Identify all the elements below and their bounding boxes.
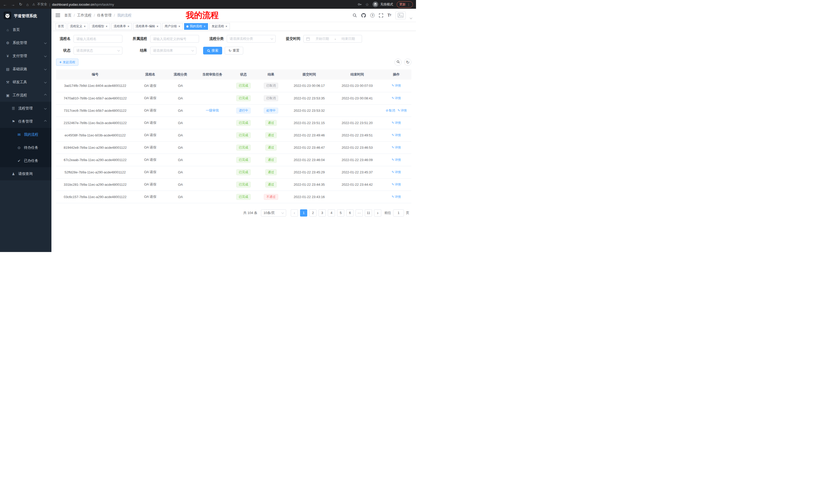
- detail-action-link[interactable]: ✎详情: [392, 146, 401, 149]
- detail-action-link[interactable]: ✎详情: [392, 96, 401, 100]
- page-button-1[interactable]: 1: [300, 209, 307, 217]
- breadcrumb-item-0[interactable]: 首页: [64, 13, 72, 18]
- search-button[interactable]: 搜索: [203, 47, 222, 54]
- page-button-2[interactable]: 2: [309, 209, 316, 217]
- search-icon: [207, 49, 210, 52]
- tab-7[interactable]: 发起流程×: [209, 23, 230, 30]
- create-process-button[interactable]: + 发起流程: [56, 59, 78, 66]
- tab-close-icon[interactable]: ×: [156, 25, 159, 28]
- sidebar-item-task-mgmt[interactable]: ⚑任务管理: [0, 115, 51, 128]
- cell-end-time: 2022-01-22 23:49:51: [333, 129, 381, 141]
- address-bar[interactable]: ⚠ 不安全 | dashboard.yudao.iocoder.cn/bpm/t…: [32, 2, 358, 7]
- sidebar-item-home[interactable]: ⌂首页: [0, 23, 51, 36]
- github-icon[interactable]: [361, 13, 366, 18]
- home-button[interactable]: ⌂: [26, 2, 29, 7]
- page-more-button[interactable]: ···: [356, 209, 363, 217]
- sidebar-item-infrastructure[interactable]: ▤基础设施: [0, 62, 51, 76]
- goto-page-input[interactable]: [393, 209, 404, 217]
- submit-time-range-picker[interactable]: 开始日期 - 结束日期: [303, 35, 362, 43]
- sidebar-item-label: 任务管理: [18, 119, 33, 124]
- browser-menu-kebab-icon[interactable]: ⋮: [407, 3, 410, 6]
- tab-close-icon[interactable]: ×: [225, 25, 228, 28]
- start-date-placeholder: 开始日期: [311, 36, 333, 41]
- current-task-link[interactable]: 一级审批: [206, 108, 219, 112]
- tab-1[interactable]: 流程定义×: [68, 23, 88, 30]
- logo[interactable]: 芋道管理系统: [0, 9, 51, 23]
- header-search-icon[interactable]: [353, 13, 357, 18]
- page-button-3[interactable]: 3: [318, 209, 326, 217]
- tab-0[interactable]: 首页: [55, 23, 66, 30]
- page-url: dashboard.yudao.iocoder.cn/bpm/task/my: [52, 3, 114, 6]
- sidebar-item-workflow[interactable]: ▣工作流程: [0, 89, 51, 102]
- tab-close-icon[interactable]: ×: [83, 25, 86, 28]
- result-select-placeholder: 请选择流结果: [153, 48, 173, 53]
- sidebar-item-process-mgmt[interactable]: ☰流程管理: [0, 102, 51, 115]
- tab-3[interactable]: 流程表单×: [111, 23, 132, 30]
- tab-close-icon[interactable]: ×: [178, 25, 181, 28]
- tab-4[interactable]: 流程表单-编辑×: [133, 23, 161, 30]
- detail-action-link[interactable]: ✎详情: [397, 109, 407, 112]
- detail-action-link[interactable]: ✎详情: [392, 133, 401, 137]
- result-tag: 不通过: [264, 194, 278, 200]
- tab-close-icon[interactable]: ×: [127, 25, 130, 28]
- system-mgmt-icon: ⚙: [5, 41, 10, 45]
- page-button-6[interactable]: 6: [346, 209, 354, 217]
- result-select[interactable]: 请选择流结果: [150, 47, 197, 54]
- cell-actions: ✎详情: [381, 80, 411, 92]
- cancel-action-link[interactable]: ⊘取消: [386, 109, 395, 112]
- user-avatar[interactable]: [395, 11, 406, 19]
- sidebar-item-payment-mgmt[interactable]: ¥支付管理: [0, 49, 51, 62]
- sidebar-item-my-process[interactable]: ✉我的流程: [0, 128, 51, 141]
- tab-close-icon[interactable]: ×: [203, 25, 206, 28]
- cell-id: ec45f38f-7b9a-11ec-b03b-acde48001122: [56, 129, 134, 141]
- forward-button[interactable]: →: [11, 2, 15, 7]
- detail-action-link[interactable]: ✎详情: [392, 84, 401, 87]
- detail-action-link[interactable]: ✎详情: [392, 183, 401, 186]
- breadcrumb-item-1[interactable]: 工作流程: [77, 13, 92, 18]
- reload-button[interactable]: ↻: [19, 2, 22, 7]
- tab-2[interactable]: 流程模型×: [89, 23, 110, 30]
- detail-action-link[interactable]: ✎详情: [392, 158, 401, 162]
- page-button-4[interactable]: 4: [328, 209, 335, 217]
- back-button[interactable]: ←: [3, 2, 7, 7]
- fullscreen-icon[interactable]: [379, 13, 383, 18]
- page-button-5[interactable]: 5: [337, 209, 344, 217]
- category-select[interactable]: 请选择流程分类: [227, 35, 276, 43]
- tab-close-icon[interactable]: ×: [105, 25, 108, 28]
- sidebar-item-todo-task[interactable]: ⊙待办任务: [0, 141, 51, 154]
- update-label: 更新: [399, 2, 406, 7]
- toggle-search-button[interactable]: [394, 59, 401, 66]
- next-page-button[interactable]: ›: [374, 209, 381, 217]
- status-select[interactable]: 请选择状态: [74, 47, 122, 54]
- detail-action-link[interactable]: ✎详情: [392, 195, 401, 199]
- cell-end-time: [333, 104, 381, 117]
- create-process-label: 发起流程: [63, 60, 75, 64]
- tab-5[interactable]: 用户分组×: [162, 23, 183, 30]
- process-definition-id-input[interactable]: [150, 35, 199, 43]
- page-button-11[interactable]: 11: [365, 209, 372, 217]
- sidebar-item-dev-tools[interactable]: ⚒研发工具: [0, 76, 51, 89]
- sidebar-item-system-mgmt[interactable]: ⚙系统管理: [0, 36, 51, 49]
- detail-action-link[interactable]: ✎详情: [392, 170, 401, 174]
- avatar-caret-icon[interactable]: [410, 17, 412, 19]
- password-key-icon[interactable]: [358, 2, 362, 6]
- bookmark-star-icon[interactable]: ☆: [365, 2, 369, 7]
- sidebar-item-done-task[interactable]: ✔已办任务: [0, 154, 51, 167]
- page-size-select[interactable]: 10条/页: [261, 209, 286, 217]
- help-icon[interactable]: ?: [370, 13, 374, 18]
- process-name-input[interactable]: [74, 35, 122, 43]
- prev-page-button[interactable]: ‹: [291, 209, 298, 217]
- sidebar-item-leave-query[interactable]: ♟请假查询: [0, 167, 51, 180]
- breadcrumb-item-2[interactable]: 任务管理: [97, 13, 111, 18]
- tab-6[interactable]: 我的流程×: [184, 23, 208, 30]
- reset-button[interactable]: ↻ 重置: [225, 47, 243, 54]
- payment-mgmt-icon: ¥: [5, 54, 10, 58]
- detail-action-link[interactable]: ✎详情: [392, 121, 401, 124]
- update-browser-button[interactable]: 更新 ⋮: [397, 1, 413, 8]
- cell-process-name: OA 请假: [134, 178, 166, 191]
- sidebar-toggle-button[interactable]: [55, 13, 60, 17]
- refresh-table-button[interactable]: ↻: [404, 59, 411, 66]
- font-size-icon[interactable]: TT: [387, 13, 391, 18]
- toolbar-right: ↻: [392, 59, 411, 66]
- detail-icon: ✎: [392, 84, 394, 87]
